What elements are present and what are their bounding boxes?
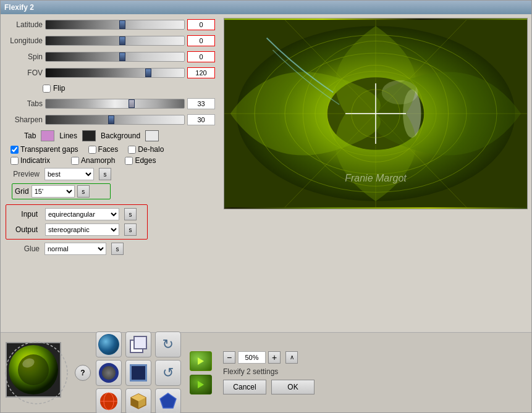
ok-button[interactable]: OK: [271, 380, 315, 394]
fov-slider[interactable]: [45, 68, 185, 78]
ring-button[interactable]: [96, 360, 122, 386]
undo-icon: ↺: [163, 336, 174, 353]
glue-row: Glue normal horizontal vertical s: [6, 242, 215, 256]
longitude-label: Longitude: [6, 36, 43, 45]
indicatrix-item: Indicatrix: [11, 156, 50, 165]
preview-s-button[interactable]: s: [99, 168, 111, 180]
faces-checkbox[interactable]: [88, 146, 96, 154]
faces-item: Faces: [88, 145, 119, 154]
checkbox-row-2: Indicatrix Anamorph Edges: [6, 156, 215, 165]
input-label: Input: [10, 210, 38, 219]
cancel-button[interactable]: Cancel: [223, 380, 266, 394]
main-window: Flexify 2 Latitude Longitude: [0, 0, 532, 413]
fov-row: FOV: [6, 66, 215, 80]
copy-icon: [130, 336, 147, 353]
zoom-plus-button[interactable]: +: [268, 351, 281, 364]
svg-marker-28: [198, 357, 204, 365]
window-title: Flexify 2: [4, 3, 34, 12]
ring-icon: [99, 363, 119, 383]
tab-color-swatch[interactable]: [41, 130, 54, 141]
latitude-slider[interactable]: [45, 20, 185, 30]
fov-input[interactable]: [187, 67, 215, 78]
tabs-input[interactable]: [187, 98, 215, 109]
tabs-row: Tabs: [6, 97, 215, 111]
faces-label: Faces: [98, 145, 119, 154]
anamorph-checkbox[interactable]: [71, 157, 79, 165]
input-s-button[interactable]: s: [124, 208, 137, 220]
svg-marker-27: [160, 393, 176, 408]
longitude-row: Longitude: [6, 34, 215, 48]
edges-checkbox[interactable]: [125, 157, 133, 165]
input-row: Input equirectangular cylindrical cubic …: [10, 207, 143, 221]
grid-box: Grid 15' 30' 45' 1° s: [12, 183, 111, 199]
edges-label: Edges: [135, 156, 156, 165]
copy-button[interactable]: [125, 332, 151, 357]
glue-label: Glue: [6, 244, 40, 253]
zoom-up-button[interactable]: ∧: [285, 351, 298, 364]
glue-s-button[interactable]: s: [111, 243, 124, 255]
tab-color-label: Tab: [24, 131, 36, 140]
transparent-gaps-label: Transparent gaps: [20, 145, 78, 154]
redo-button[interactable]: ↺: [155, 360, 181, 386]
help-button[interactable]: ?: [75, 365, 91, 381]
latitude-input[interactable]: [187, 19, 215, 30]
preview-row: Preview best normal fast s: [6, 167, 215, 181]
anamorph-label: Anamorph: [81, 156, 115, 165]
svg-marker-29: [198, 381, 204, 388]
spin-label: Spin: [6, 52, 43, 61]
right-panel: Franie Margot: [220, 14, 531, 332]
longitude-input[interactable]: [187, 35, 215, 46]
main-content: Latitude Longitude Spin: [1, 14, 531, 332]
selection-dashes: [2, 339, 70, 407]
output-row: Output stereographic equirectangular per…: [10, 223, 143, 236]
anamorph-item: Anamorph: [71, 156, 115, 165]
de-halo-checkbox[interactable]: [128, 146, 136, 154]
globe-button[interactable]: [96, 332, 122, 357]
background-color-swatch[interactable]: [145, 130, 159, 141]
cube-button[interactable]: [125, 388, 151, 414]
sharpen-input[interactable]: [187, 114, 215, 125]
flip-label: Flip: [53, 84, 65, 93]
titlebar: Flexify 2: [1, 1, 531, 14]
square-button[interactable]: [125, 360, 151, 386]
flip-checkbox[interactable]: [43, 85, 51, 93]
help-icon: ?: [80, 369, 85, 377]
play-button[interactable]: [190, 351, 212, 371]
background-color-label: Background: [101, 131, 140, 140]
de-halo-item: De-halo: [128, 145, 164, 154]
earth-button[interactable]: [96, 388, 122, 414]
tabs-label: Tabs: [6, 99, 43, 108]
spin-row: Spin: [6, 50, 215, 64]
zoom-minus-button[interactable]: −: [223, 351, 235, 364]
sharpen-slider[interactable]: [45, 115, 185, 125]
indicatrix-checkbox[interactable]: [11, 157, 19, 165]
latitude-row: Latitude: [6, 18, 215, 31]
settings-label: Flexify 2 settings: [223, 367, 526, 376]
zoom-display: 50%: [238, 351, 266, 364]
pentagon-button[interactable]: [155, 388, 181, 414]
output-s-button[interactable]: s: [124, 223, 137, 236]
edges-item: Edges: [125, 156, 156, 165]
color-row: Tab Lines Background: [6, 129, 215, 143]
longitude-slider[interactable]: [45, 36, 185, 46]
watermark: Franie Margot: [345, 173, 407, 184]
spin-input[interactable]: [187, 51, 215, 62]
transparent-gaps-checkbox[interactable]: [11, 146, 19, 154]
input-select[interactable]: equirectangular cylindrical cubic: [45, 208, 119, 220]
zoom-controls: − 50% + ∧: [223, 351, 526, 364]
grid-s-button[interactable]: s: [77, 185, 90, 198]
preview-select[interactable]: best normal fast: [44, 168, 94, 180]
pentagon-icon: [158, 391, 178, 411]
grid-select[interactable]: 15' 30' 45' 1°: [32, 185, 75, 198]
play2-button[interactable]: [190, 375, 212, 394]
fov-label: FOV: [6, 69, 43, 77]
undo-button[interactable]: ↺: [155, 332, 181, 357]
glue-select[interactable]: normal horizontal vertical: [44, 243, 106, 255]
spin-slider[interactable]: [45, 52, 185, 62]
square-icon: [130, 364, 147, 382]
output-select[interactable]: stereographic equirectangular perspectiv…: [45, 223, 119, 236]
icon-grid: ↺ ↺: [96, 332, 182, 414]
lines-color-swatch[interactable]: [82, 130, 96, 141]
tabs-slider[interactable]: [45, 99, 185, 109]
sharpen-row: Sharpen: [6, 113, 215, 127]
